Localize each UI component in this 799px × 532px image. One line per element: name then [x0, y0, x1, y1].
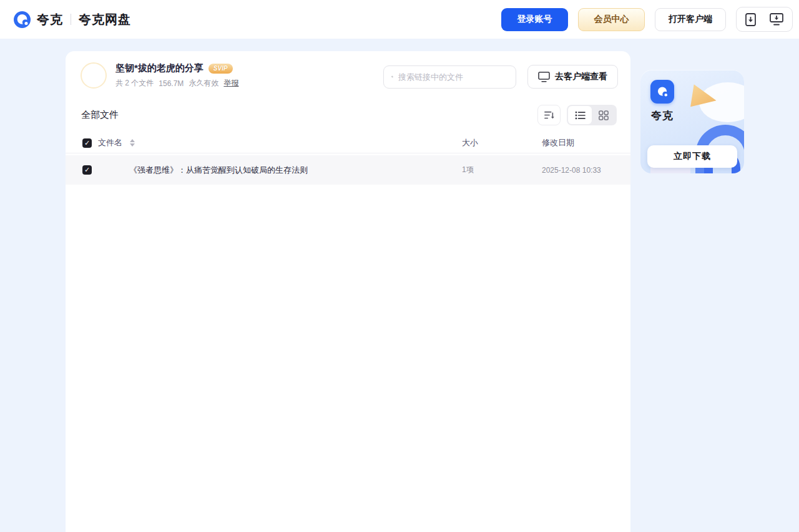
share-total-size: 156.7M: [159, 79, 184, 88]
product-name: 夸克网盘: [79, 11, 131, 28]
name-sort-caret-icon[interactable]: [130, 139, 135, 147]
view-in-client-button[interactable]: 去客户端查看: [527, 65, 618, 89]
files-section-title: 全部文件: [81, 109, 119, 121]
topbar: 夸克 夸克网盘 登录账号 会员中心 打开客户端: [0, 0, 799, 39]
column-name-label: 文件名: [98, 137, 122, 148]
share-file-count: 共 2 个文件: [115, 78, 154, 89]
brand-divider: [71, 14, 71, 25]
download-now-button[interactable]: 立即下载: [647, 145, 737, 168]
app-download-promo-card: 夸克 立即下载: [640, 70, 744, 173]
view-mode-toggle: [567, 105, 617, 125]
promo-app-name: 夸克: [651, 109, 674, 123]
file-modified-date: 2025-12-08 10:33: [542, 166, 618, 175]
quark-logo-small-icon: [655, 84, 670, 99]
monitor-icon: [538, 72, 550, 82]
list-view-button[interactable]: [568, 106, 592, 124]
column-size-label: 大小: [462, 137, 542, 148]
sort-lines-icon: [544, 110, 555, 120]
table-row[interactable]: ✓ 《强者思维》：从痛苦觉醒到认知破局的生存法则 1项 2025-12-08 1…: [66, 155, 630, 185]
search-box[interactable]: [383, 65, 516, 89]
open-client-button[interactable]: 打开客户端: [655, 8, 726, 31]
desktop-download-icon[interactable]: [770, 13, 783, 26]
column-modified-label: 修改日期: [542, 137, 618, 148]
svip-badge: SVIP: [208, 64, 233, 74]
search-icon: [391, 72, 393, 82]
member-center-button[interactable]: 会员中心: [578, 8, 645, 31]
list-view-icon: [575, 111, 586, 120]
brand-name: 夸克: [37, 11, 63, 28]
mobile-download-icon[interactable]: [745, 13, 756, 26]
view-in-client-label: 去客户端查看: [555, 71, 607, 82]
brand: 夸克 夸克网盘: [14, 11, 131, 28]
download-icon-group: [736, 7, 793, 32]
file-table-header: ✓ 文件名 大小 修改日期: [66, 133, 630, 153]
share-validity: 永久有效: [189, 78, 218, 89]
files-section-row: 全部文件: [66, 99, 630, 133]
select-all-checkbox[interactable]: ✓: [82, 138, 92, 148]
share-header: 坚韧*拔的老虎的分享 SVIP 共 2 个文件 156.7M 永久有效 举报: [66, 51, 630, 99]
quark-logo-icon: [14, 11, 31, 28]
share-title: 坚韧*拔的老虎的分享: [115, 62, 203, 74]
avatar: [81, 62, 107, 89]
share-content-card: 坚韧*拔的老虎的分享 SVIP 共 2 个文件 156.7M 永久有效 举报: [66, 51, 630, 532]
view-controls: [537, 105, 617, 125]
share-info: 坚韧*拔的老虎的分享 SVIP 共 2 个文件 156.7M 永久有效 举报: [81, 62, 238, 89]
quark-app-icon: [650, 80, 674, 104]
share-header-actions: 去客户端查看: [383, 62, 618, 89]
report-link[interactable]: 举报: [223, 78, 238, 89]
topbar-actions: 登录账号 会员中心 打开客户端: [501, 7, 793, 32]
login-button[interactable]: 登录账号: [501, 8, 568, 31]
row-checkbox[interactable]: ✓: [82, 165, 92, 175]
share-meta: 共 2 个文件 156.7M 永久有效 举报: [115, 78, 238, 89]
search-input[interactable]: [398, 72, 508, 82]
grid-view-icon: [599, 110, 609, 120]
file-icon-placeholder: [92, 159, 129, 181]
file-size: 1项: [462, 165, 542, 175]
grid-view-button[interactable]: [592, 106, 615, 124]
file-name[interactable]: 《强者思维》：从痛苦觉醒到认知破局的生存法则: [129, 165, 462, 176]
sort-order-button[interactable]: [537, 105, 561, 125]
